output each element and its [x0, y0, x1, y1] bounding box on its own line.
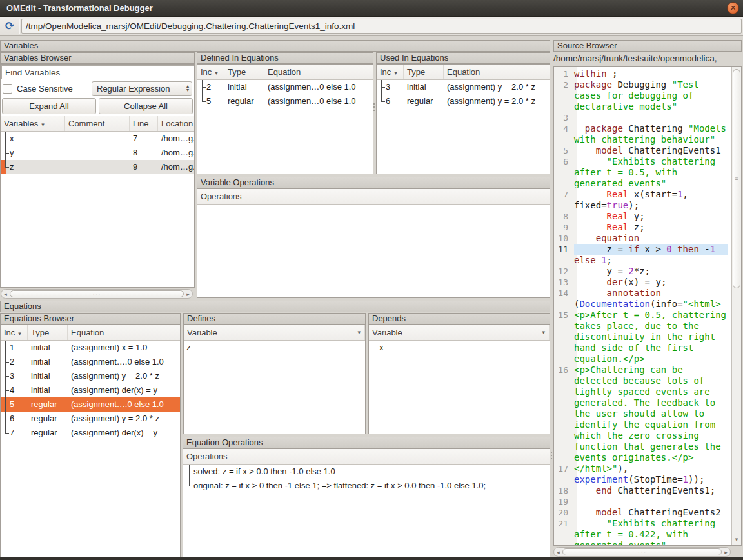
col-type[interactable]: Type [404, 65, 444, 79]
used-in-row[interactable]: 3initial(assignment) y = 2.0 * z [377, 80, 550, 94]
scroll-thumb[interactable] [562, 548, 722, 555]
equation-operations-header: Equation Operations [183, 437, 550, 448]
operation-row[interactable]: original: z = if x > 0 then -1 else 1; =… [183, 479, 550, 493]
col-inc[interactable]: Inc▾ [197, 65, 224, 79]
equation-row[interactable]: 2initial(assignment….0 else 1.0 [1, 355, 180, 369]
cell-variable: z [1, 160, 65, 174]
variables-browser-header: Variables Browser [0, 52, 195, 64]
source-file-path: /home/marsj/trunk/testsuite/openmodelica… [553, 52, 742, 65]
cell-equation: (assignment….0 else 1.0 [68, 397, 180, 412]
source-browser-title: Source Browser [553, 40, 742, 52]
col-type[interactable]: Type [28, 325, 68, 340]
sort-desc-icon: ▾ [18, 330, 21, 337]
depends-rows: x [369, 341, 550, 355]
col-operations[interactable]: Operations [197, 189, 550, 204]
col-location[interactable]: Location [158, 116, 194, 131]
spin-down-icon[interactable]: ▾ [186, 88, 189, 92]
variable-name: x [10, 132, 14, 146]
code-text: model ChatteringEvents1 [574, 145, 728, 156]
scroll-thumb[interactable] [733, 69, 740, 288]
used-in-equations-panel: Inc▾ Type Equation 3initial(assignment) … [376, 64, 550, 174]
cell-equation: (assignment….0 else 1.0 [68, 355, 180, 369]
info-xml-path-field[interactable]: /tmp/OpenModelica_marsj/OMEdit/Debugging… [21, 19, 742, 34]
defines-panel: Variable ▾ z [183, 325, 366, 434]
splitter-handle[interactable] [373, 103, 375, 112]
code-text: Real x(start=1, fixed=true); [574, 189, 728, 211]
scroll-right-icon[interactable]: ▸ [722, 549, 730, 555]
cell-equation: (assignmen…0 else 1.0 [264, 94, 373, 108]
equation-row[interactable]: 3initial(assignment) y = 2.0 * z [1, 369, 180, 383]
source-code-area[interactable]: 1within ;2package Debugging "Test cases … [553, 66, 742, 546]
depends-row[interactable]: x [369, 341, 550, 355]
defines-row[interactable]: z [184, 341, 365, 355]
search-mode-combo[interactable]: Regular Expression ▴ ▾ [92, 81, 192, 96]
splitter-handle[interactable] [551, 452, 553, 461]
line-number: 5 [554, 145, 573, 156]
col-variable[interactable]: Variable [184, 325, 365, 340]
equation-row[interactable]: 7regular(assignment) der(x) = y [1, 426, 180, 440]
reload-icon[interactable]: ⟳ [1, 19, 18, 34]
scroll-left-icon[interactable]: ◂ [1, 291, 10, 297]
variable-row[interactable]: x7/hom…g. [1, 132, 194, 146]
title-bar: OMEdit - Transformational Debugger ✕ [0, 0, 743, 17]
line-number: 2 [554, 79, 573, 112]
equation-row[interactable]: 5regular(assignment….0 else 1.0 [1, 397, 180, 412]
scroll-thumb[interactable] [10, 290, 184, 297]
code-text: within ; [574, 68, 728, 79]
col-comment[interactable]: Comment [65, 116, 130, 131]
col-type[interactable]: Type [224, 65, 264, 79]
dropdown-icon[interactable]: ▾ [357, 325, 361, 340]
equation-index: 3 [10, 369, 14, 383]
scroll-down-icon[interactable]: ▾ [732, 535, 741, 545]
source-line: 4 package Chattering "Models with chatte… [554, 123, 730, 145]
collapse-all-button[interactable]: Collapse All [99, 98, 193, 114]
source-vscrollbar[interactable]: ▾ [731, 67, 741, 545]
variable-operations-column-header: Operations [197, 189, 550, 205]
col-inc[interactable]: Inc▾ [1, 325, 28, 340]
col-variable[interactable]: Variable [369, 325, 550, 340]
equations-browser-panel: Inc▾ Type Equation 1initial(assignment) … [0, 325, 181, 557]
scroll-left-icon[interactable]: ◂ [554, 549, 562, 555]
line-number: 1 [554, 68, 573, 79]
operation-text: original: z = if x > 0 then -1 else 1; =… [183, 479, 550, 493]
col-equation[interactable]: Equation [68, 325, 180, 340]
col-variables[interactable]: Variables▾ [1, 116, 65, 131]
variables-hscrollbar[interactable]: ◂ ▸ [1, 289, 193, 299]
search-mode-value: Regular Expression [97, 84, 186, 94]
variable-row[interactable]: y8/hom…g. [1, 146, 194, 160]
col-equation[interactable]: Equation [444, 65, 550, 79]
operation-row[interactable]: solved: z = if x > 0.0 then -1.0 else 1.… [183, 465, 550, 479]
code-text: "Exhibits chattering after t = 0.422, wi… [574, 518, 728, 546]
tree-branch-icon [186, 465, 193, 479]
spinner-icon[interactable]: ▴ ▾ [186, 85, 189, 92]
line-number: 14 [554, 288, 573, 310]
defined-in-row[interactable]: 2initial(assignmen…0 else 1.0 [197, 80, 373, 94]
expand-all-button[interactable]: Expand All [2, 98, 96, 114]
tree-branch-icon [372, 341, 379, 355]
tree-branch-icon [378, 94, 386, 108]
equation-row[interactable]: 4initial(assignment) der(x) = y [1, 383, 180, 397]
equation-index: 6 [10, 412, 14, 426]
cell-equation: (assignment) x = 1.0 [68, 341, 180, 355]
line-number: 6 [554, 156, 573, 189]
equation-row[interactable]: 1initial(assignment) x = 1.0 [1, 341, 180, 355]
col-equation[interactable]: Equation [264, 65, 373, 79]
col-operations[interactable]: Operations [183, 449, 550, 464]
code-text: der(x) = y; [574, 277, 728, 288]
depends-header: Depends [368, 313, 550, 325]
close-icon[interactable]: ✕ [727, 2, 739, 14]
col-line[interactable]: Line [130, 116, 158, 131]
find-variables-input[interactable] [1, 65, 195, 79]
defined-in-rows: 2initial(assignmen…0 else 1.05regular(as… [197, 80, 373, 108]
equation-row[interactable]: 6regular(assignment) y = 2.0 * z [1, 412, 180, 426]
col-inc[interactable]: Inc▾ [377, 65, 404, 79]
used-in-row[interactable]: 6regular(assignment) y = 2.0 * z [377, 94, 550, 108]
case-sensitive-checkbox[interactable] [3, 84, 12, 94]
defined-in-row[interactable]: 5regular(assignmen…0 else 1.0 [197, 94, 373, 108]
tree-branch-icon [2, 160, 10, 174]
variable-row[interactable]: z9/hom…g. [1, 160, 194, 174]
scroll-right-icon[interactable]: ▸ [184, 291, 192, 297]
source-hscrollbar[interactable]: ◂ ▸ [553, 547, 731, 557]
dropdown-icon[interactable]: ▾ [542, 325, 545, 340]
cell-equation: (assignmen…0 else 1.0 [264, 80, 373, 94]
